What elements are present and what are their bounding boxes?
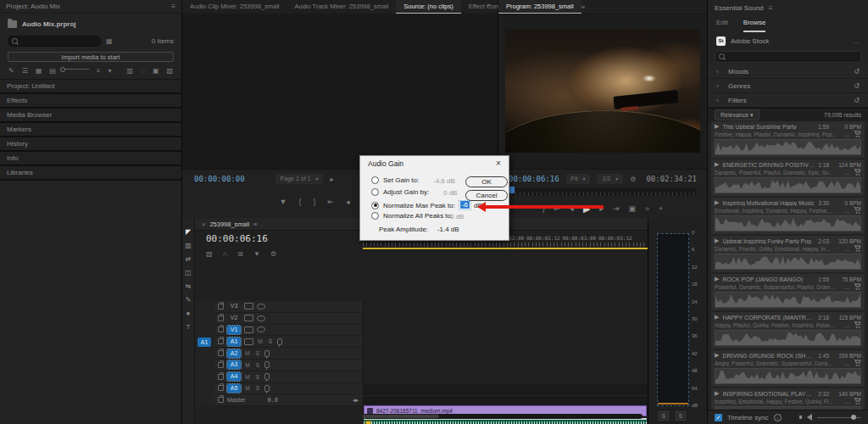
sound-search-input[interactable] [715, 51, 861, 63]
add-marker-icon[interactable]: ▼ [253, 250, 260, 258]
toggle-visibility-icon[interactable] [257, 304, 265, 310]
filter-bin-icon[interactable]: ▦ [106, 37, 113, 45]
essential-sound-tab[interactable]: Edit [716, 19, 728, 32]
more-options-icon[interactable]: … [844, 284, 850, 290]
track-target-button[interactable]: V1 [227, 326, 241, 334]
cart-icon[interactable] [854, 283, 861, 290]
play-icon[interactable]: ▶ [715, 276, 719, 282]
source-page-select[interactable]: Page 1 of 1▾ [275, 174, 324, 184]
icon-view-icon[interactable]: ▦ [36, 67, 42, 75]
speaker-icon[interactable] [807, 414, 812, 421]
master-volume-value[interactable]: 0.0 [267, 397, 278, 404]
track-target-button[interactable]: A2 [227, 349, 241, 358]
razor-tool[interactable]: ◫ [185, 269, 192, 276]
track-header-master[interactable]: Master 0.0 ◂▸ [214, 394, 363, 406]
page-forward-icon[interactable]: ▸ [330, 176, 333, 183]
stacked-panel-header[interactable]: Media Browser [0, 109, 181, 123]
track-target-button[interactable]: A4 [227, 372, 241, 381]
audio-track-card[interactable]: ▶ Upbeat Inspiring Funky Party Pop 2:03 … [711, 236, 865, 272]
solo-button[interactable]: S [254, 350, 261, 356]
essential-sound-tab[interactable]: Browse [743, 19, 766, 32]
sequence-tab[interactable]: 253998_small [209, 220, 249, 228]
play-icon[interactable]: ▶ [583, 204, 590, 215]
scrollbar-thumb[interactable] [363, 415, 439, 418]
zoom-slider[interactable] [64, 69, 89, 70]
cart-icon[interactable] [854, 207, 861, 214]
slip-tool[interactable]: ⇆ [185, 282, 192, 290]
preview-volume-slider[interactable] [817, 417, 861, 418]
project-search-input[interactable] [8, 36, 101, 47]
timeline-current-timecode[interactable]: 00:00:06:16 [206, 233, 268, 244]
project-file-name[interactable]: Audio Mix.prproj [22, 20, 76, 28]
ripple-edit-tool[interactable]: ⇄ [185, 255, 192, 263]
audio-clip-a1[interactable] [364, 418, 647, 424]
panel-menu-icon[interactable]: ≡ [769, 4, 773, 12]
zoom-level-select[interactable]: Fit▾ [566, 174, 591, 184]
lock-icon[interactable] [218, 350, 224, 356]
category-row[interactable]: › Filters ↺ [708, 93, 868, 108]
radio-icon-selected[interactable] [371, 202, 379, 209]
new-item-icon[interactable]: ▧ [166, 67, 173, 75]
timeline-sync-checkbox[interactable]: ✓ [715, 414, 722, 421]
more-options-icon[interactable]: … [853, 37, 860, 45]
solo-button[interactable]: S [254, 374, 261, 380]
solo-button[interactable]: S [254, 362, 261, 368]
play-icon[interactable]: ▶ [715, 390, 719, 397]
list-view-icon[interactable]: ☰ [22, 67, 28, 75]
cart-icon[interactable] [854, 398, 861, 404]
add-marker-icon[interactable]: ▼ [279, 198, 287, 206]
go-to-out-icon[interactable]: ⇥ [613, 204, 620, 213]
panel-tab[interactable]: Audio Track Mixer: 253998_small [287, 0, 396, 14]
source-current-timecode[interactable]: 00:00:00:00 [194, 175, 245, 183]
voiceover-record-icon[interactable] [264, 385, 270, 392]
program-current-timecode[interactable]: 00:00:06:16 [509, 175, 559, 183]
step-back-icon[interactable]: ◂ [346, 198, 350, 206]
audio-track-card[interactable]: ▶ HAPPY CORPORATE (MANTRA SEGA) 2:16 115… [711, 312, 865, 349]
hand-tool[interactable]: ● [185, 310, 192, 317]
sync-lock-icon[interactable] [244, 338, 253, 345]
voiceover-record-icon[interactable] [264, 350, 270, 357]
more-options-icon[interactable]: … [844, 208, 850, 214]
track-target-button[interactable]: A1 [227, 338, 241, 346]
toggle-visibility-icon[interactable] [257, 326, 265, 332]
panel-tab[interactable]: Audio Clip Mixer: 253998_small [182, 0, 287, 14]
mute-button[interactable]: M [244, 385, 251, 391]
toggle-visibility-icon[interactable] [257, 315, 265, 321]
track-target-button[interactable]: A5 [227, 384, 241, 393]
track-header-v3[interactable]: V3 [214, 301, 363, 313]
close-icon[interactable]: × [202, 220, 205, 228]
play-icon[interactable]: ▶ [715, 314, 719, 321]
sync-lock-icon[interactable] [244, 315, 253, 321]
program-tab[interactable]: Program: 253998_small [498, 0, 581, 14]
ok-button[interactable]: OK [465, 176, 508, 187]
cart-icon[interactable] [854, 169, 861, 176]
mark-out-icon[interactable]: } [313, 198, 315, 206]
selection-tool[interactable]: ◤ [185, 228, 192, 236]
lock-icon[interactable] [218, 374, 224, 380]
reset-icon[interactable]: ↺ [854, 68, 860, 75]
stacked-panel-header[interactable]: Info [0, 152, 181, 166]
pen-tool[interactable]: ✎ [185, 296, 192, 304]
more-options-icon[interactable]: … [844, 170, 850, 176]
timeline-settings-icon[interactable]: ⚙ [270, 250, 276, 258]
track-target-button[interactable]: A3 [227, 360, 241, 369]
lock-icon[interactable] [218, 326, 224, 332]
reset-icon[interactable]: ↺ [854, 97, 860, 104]
mute-button[interactable]: M [244, 374, 251, 380]
sync-lock-icon[interactable] [244, 303, 253, 310]
radio-icon[interactable] [371, 212, 379, 220]
voiceover-record-icon[interactable] [264, 361, 270, 368]
solo-button[interactable]: S [254, 385, 261, 391]
panel-menu-icon[interactable]: ≡ [581, 3, 585, 11]
mark-out-icon[interactable]: } [542, 204, 545, 213]
audio-track-card[interactable]: ▶ DRIVING GRUNGE ROCK (SHREDDIN') 1:45 1… [711, 350, 865, 387]
source-patch-a1[interactable]: A1 [198, 338, 211, 347]
playback-resolution-select[interactable]: 1/2▾ [597, 174, 623, 184]
more-options-icon[interactable]: … [844, 246, 850, 252]
radio-icon[interactable] [371, 188, 379, 196]
reset-icon[interactable]: ↺ [854, 82, 860, 90]
audio-track-card[interactable]: ▶ INSPIRING EMOTIONAL PLAYFUL (DL... 2:3… [711, 388, 865, 410]
sync-lock-icon[interactable] [244, 326, 253, 333]
solo-left-button[interactable]: S [659, 411, 669, 421]
snap-icon[interactable]: ∩ [223, 250, 228, 258]
